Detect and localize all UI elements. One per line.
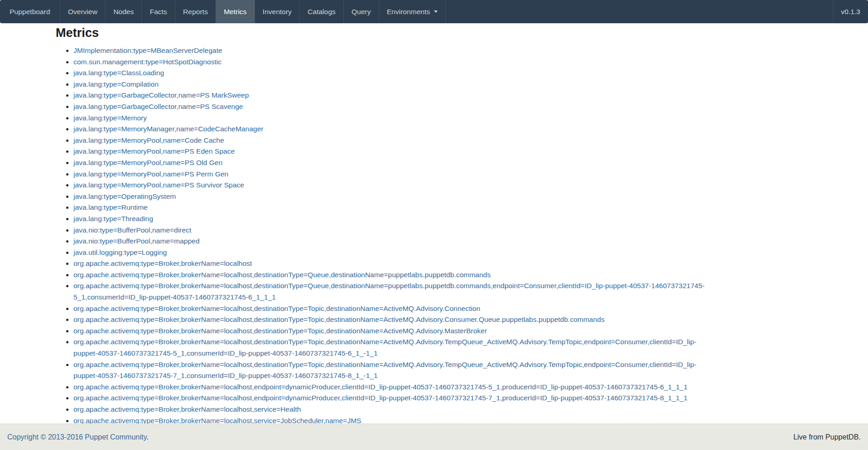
nav-item-label: Catalogs	[308, 8, 335, 16]
metric-link[interactable]: org.apache.activemq:type=Broker,brokerNa…	[73, 361, 696, 380]
metric-link[interactable]: java.lang:type=MemoryPool,name=Code Cach…	[73, 136, 224, 144]
metric-list-item: JMImplementation:type=MBeanServerDelegat…	[73, 45, 713, 57]
nav-item-label: Nodes	[113, 8, 134, 16]
metric-list-item: java.lang:type=Threading	[73, 213, 713, 225]
metric-list-item: java.lang:type=OperatingSystem	[73, 191, 713, 202]
nav-item-label: Reports	[183, 8, 208, 16]
nav-item-label: Facts	[150, 8, 167, 16]
nav-item-overview[interactable]: Overview	[60, 0, 106, 23]
metric-link[interactable]: com.sun.management:type=HotSpotDiagnosti…	[73, 58, 221, 66]
page-title: Metrics	[56, 26, 868, 40]
nav-item-environments[interactable]: Environments	[379, 0, 446, 23]
metric-list-item: org.apache.activemq:type=Broker,brokerNa…	[73, 258, 713, 269]
metric-link[interactable]: java.lang:type=MemoryManager,name=CodeCa…	[73, 125, 263, 133]
main-content: Metrics JMImplementation:type=MBeanServe…	[0, 26, 868, 426]
metric-list-item: org.apache.activemq:type=Broker,brokerNa…	[73, 314, 713, 326]
metric-list-item: java.lang:type=Compilation	[73, 79, 713, 90]
metric-list-item: java.nio:type=BufferPool,name=direct	[73, 225, 713, 236]
navbar: Puppetboard Overview Nodes Facts Reports	[0, 0, 868, 23]
metric-list-item: java.nio:type=BufferPool,name=mapped	[73, 236, 713, 247]
metric-link[interactable]: java.lang:type=GarbageCollector,name=PS …	[73, 91, 249, 99]
metric-list-item: java.lang:type=MemoryPool,name=PS Perm G…	[73, 169, 713, 180]
metric-list-item: org.apache.activemq:type=Broker,brokerNa…	[73, 326, 713, 337]
nav-item-label: Overview	[68, 8, 98, 16]
metric-list-item: org.apache.activemq:type=Broker,brokerNa…	[73, 404, 713, 415]
metric-list-item: java.lang:type=MemoryPool,name=Code Cach…	[73, 135, 713, 146]
metric-list-item: java.lang:type=GarbageCollector,name=PS …	[73, 90, 713, 101]
navbar-tab-group: Overview Nodes Facts Reports Metrics	[60, 0, 379, 23]
metric-link[interactable]: org.apache.activemq:type=Broker,brokerNa…	[73, 394, 688, 402]
metric-link[interactable]: java.lang:type=MemoryPool,name=PS Surviv…	[73, 181, 244, 189]
footer-status: Live from PuppetDB.	[793, 433, 861, 441]
metric-link[interactable]: org.apache.activemq:type=Broker,brokerNa…	[73, 271, 491, 279]
metric-list-item: com.sun.management:type=HotSpotDiagnosti…	[73, 57, 713, 68]
nav-item-metrics[interactable]: Metrics	[216, 0, 255, 23]
metrics-list: JMImplementation:type=MBeanServerDelegat…	[56, 45, 713, 426]
nav-item-inventory[interactable]: Inventory	[255, 0, 300, 23]
metric-link[interactable]: org.apache.activemq:type=Broker,brokerNa…	[73, 383, 688, 391]
metric-list-item: java.lang:type=MemoryPool,name=PS Surviv…	[73, 180, 713, 191]
metric-link[interactable]: org.apache.activemq:type=Broker,brokerNa…	[73, 338, 696, 357]
metric-link[interactable]: org.apache.activemq:type=Broker,brokerNa…	[73, 316, 605, 323]
metric-link[interactable]: java.util.logging:type=Logging	[73, 248, 167, 256]
environments-dropdown-label: Environments	[387, 8, 430, 16]
metric-link[interactable]: java.lang:type=MemoryPool,name=PS Perm G…	[73, 170, 228, 178]
metric-link[interactable]: org.apache.activemq:type=Broker,brokerNa…	[73, 282, 705, 301]
metric-list-item: java.lang:type=Memory	[73, 113, 713, 124]
footer: Copyright © 2013-2016 Puppet Community. …	[0, 424, 868, 450]
nav-item-facts[interactable]: Facts	[142, 0, 175, 23]
metric-list-item: org.apache.activemq:type=Broker,brokerNa…	[73, 269, 713, 281]
metric-link[interactable]: java.lang:type=MemoryPool,name=PS Eden S…	[73, 147, 235, 155]
metric-link[interactable]: java.lang:type=Memory	[73, 114, 147, 122]
nav-item-catalogs[interactable]: Catalogs	[300, 0, 344, 23]
metric-link[interactable]: org.apache.activemq:type=Broker,brokerNa…	[73, 405, 301, 413]
nav-item-label: Inventory	[262, 8, 292, 16]
metric-link[interactable]: java.lang:type=Compilation	[73, 80, 159, 88]
metric-list-item: org.apache.activemq:type=Broker,brokerNa…	[73, 393, 713, 404]
navbar-brand[interactable]: Puppetboard	[0, 0, 60, 23]
metric-list-item: org.apache.activemq:type=Broker,brokerNa…	[73, 336, 713, 359]
nav-item-nodes[interactable]: Nodes	[105, 0, 142, 23]
metric-link[interactable]: org.apache.activemq:type=Broker,brokerNa…	[73, 327, 487, 335]
navbar-items: Puppetboard Overview Nodes Facts Reports	[0, 0, 446, 23]
chevron-down-icon	[434, 10, 438, 13]
metric-link[interactable]: org.apache.activemq:type=Broker,brokerNa…	[73, 259, 252, 267]
copyright-suffix: .	[146, 433, 148, 441]
metric-list-item: java.lang:type=MemoryPool,name=PS Old Ge…	[73, 157, 713, 169]
metric-list-item: org.apache.activemq:type=Broker,brokerNa…	[73, 359, 713, 382]
metric-link[interactable]: java.nio:type=BufferPool,name=mapped	[73, 237, 199, 245]
metric-link[interactable]: java.lang:type=ClassLoading	[73, 69, 164, 77]
footer-copyright: Copyright © 2013-2016 Puppet Community.	[7, 433, 148, 441]
metric-link[interactable]: java.lang:type=Runtime	[73, 203, 147, 211]
version-label: v0.1.3	[833, 0, 868, 23]
metric-list-item: org.apache.activemq:type=Broker,brokerNa…	[73, 382, 713, 393]
metric-link[interactable]: java.lang:type=GarbageCollector,name=PS …	[73, 103, 243, 110]
metric-list-item: java.lang:type=GarbageCollector,name=PS …	[73, 101, 713, 113]
metric-link[interactable]: java.nio:type=BufferPool,name=direct	[73, 226, 191, 234]
metric-link[interactable]: java.lang:type=Threading	[73, 215, 153, 222]
metric-link[interactable]: JMImplementation:type=MBeanServerDelegat…	[73, 47, 222, 54]
nav-item-query[interactable]: Query	[344, 0, 379, 23]
metric-list-item: java.lang:type=MemoryPool,name=PS Eden S…	[73, 146, 713, 157]
nav-item-label: Query	[351, 8, 371, 16]
metric-list-item: java.lang:type=ClassLoading	[73, 67, 713, 79]
copyright-link[interactable]: Copyright © 2013-2016 Puppet Community	[7, 433, 146, 441]
metric-list-item: java.lang:type=MemoryManager,name=CodeCa…	[73, 124, 713, 135]
metric-list-item: java.lang:type=Runtime	[73, 202, 713, 213]
metric-list-item: org.apache.activemq:type=Broker,brokerNa…	[73, 280, 713, 303]
metric-link[interactable]: java.lang:type=OperatingSystem	[73, 192, 176, 200]
metric-list-item: org.apache.activemq:type=Broker,brokerNa…	[73, 303, 713, 315]
nav-item-reports[interactable]: Reports	[175, 0, 216, 23]
metric-link[interactable]: java.lang:type=MemoryPool,name=PS Old Ge…	[73, 159, 223, 166]
nav-item-label: Metrics	[224, 8, 246, 16]
metric-list-item: java.util.logging:type=Logging	[73, 247, 713, 259]
metric-link[interactable]: org.apache.activemq:type=Broker,brokerNa…	[73, 305, 480, 312]
